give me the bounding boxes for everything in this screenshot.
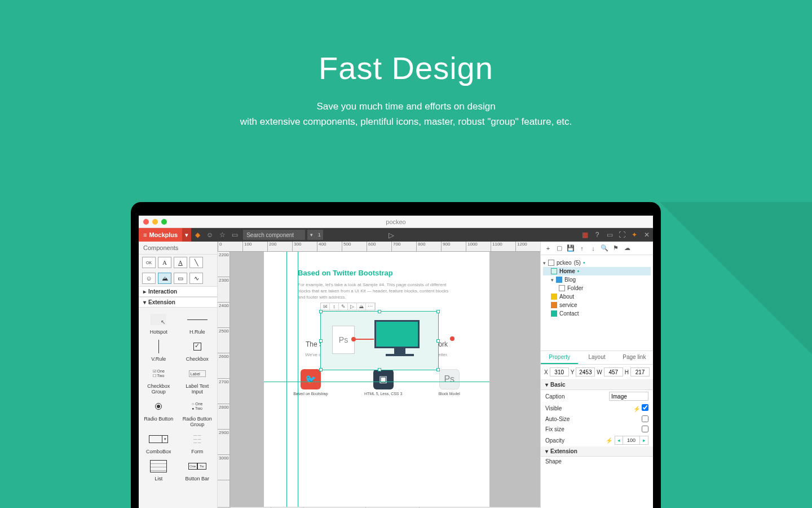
window-icon[interactable]: ▭ — [603, 228, 616, 242]
help-icon[interactable]: ? — [591, 228, 603, 242]
visible-checkbox[interactable] — [642, 404, 648, 411]
cube-icon[interactable]: ◆ — [191, 228, 204, 242]
text-component-icon[interactable]: A — [158, 257, 171, 268]
section-interaction[interactable]: ▸Interaction — [139, 286, 217, 297]
comp-checkbox-group[interactable]: ☑ One☐ TwoCheckbox Group — [140, 364, 178, 396]
flag-icon[interactable]: ⚑ — [611, 243, 621, 253]
comp-label-text-input[interactable]: LabelLabel Text Input — [179, 364, 217, 396]
titlebar: pockeo — [139, 216, 653, 228]
comp-button-bar[interactable]: OneTwButton Bar — [179, 457, 217, 483]
section-basic[interactable]: ▾Basic — [541, 380, 653, 390]
h-input[interactable] — [630, 367, 650, 376]
w-input[interactable] — [604, 367, 623, 376]
smile-icon[interactable]: ☺ — [204, 228, 216, 242]
ruler-horizontal: 0100200300400500600700800900100011001200 — [218, 242, 540, 252]
autosize-checkbox[interactable] — [642, 415, 648, 422]
hero-subtitle: Save you much time and efforts on design… — [0, 99, 812, 129]
comp-form[interactable]: — —— —— —Form — [179, 430, 217, 456]
cloud-icon[interactable]: ☁ — [622, 243, 632, 253]
comp-radio-group[interactable]: ○ One● TwoRadio Button Group — [179, 397, 217, 428]
sel-tool-icon[interactable]: ⛰ — [357, 303, 366, 310]
ruler-vertical: 220023002400250026002700280029003000 — [218, 252, 230, 507]
sel-tool-icon[interactable]: ⋯ — [366, 303, 375, 310]
down-icon[interactable]: ↓ — [588, 243, 598, 253]
tab-layout[interactable]: Layout — [578, 351, 615, 364]
tree-project[interactable]: ▾pckeo (5) • — [543, 259, 651, 267]
tree-page-blog[interactable]: ▾Blog — [543, 275, 651, 284]
feature-bootstrap[interactable]: 🐦Based on Bootstrap — [293, 369, 328, 396]
tree-page-about[interactable]: About — [543, 292, 651, 301]
caption-input[interactable] — [609, 392, 648, 401]
page-icon — [551, 294, 557, 300]
tab-pagelink[interactable]: Page link — [616, 351, 653, 364]
selected-element[interactable]: Ps — [320, 311, 439, 370]
selection-toolbar[interactable]: ✉↕✎▷⛰⋯ — [320, 303, 376, 310]
tree-page-home[interactable]: Home • — [543, 267, 651, 275]
app-window: pockeo ≡ Mockplus ▾ ◆ ☺ ☆ ▭ Search compo… — [139, 216, 653, 508]
comp-vrule[interactable]: V.Rule — [140, 337, 178, 363]
canvas[interactable]: 0100200300400500600700800900100011001200… — [218, 242, 540, 508]
up-icon[interactable]: ↑ — [577, 243, 587, 253]
maximize-icon[interactable] — [161, 219, 167, 225]
page-icon — [551, 302, 557, 308]
sel-tool-icon[interactable]: ✎ — [339, 303, 348, 310]
monitor-illustration — [374, 320, 425, 360]
prop-opacity: Opacity⚡◂100▸ — [541, 434, 653, 446]
comp-hotspot[interactable]: Hotspot — [140, 310, 178, 336]
star-icon[interactable]: ☆ — [216, 228, 228, 242]
x-input[interactable] — [550, 367, 569, 376]
y-input[interactable] — [576, 367, 595, 376]
search-input[interactable]: Search component — [243, 230, 305, 240]
close-x-icon[interactable]: ✕ — [641, 228, 653, 242]
section-extension[interactable]: ▾Extension — [541, 446, 653, 457]
feature-block[interactable]: PsBlock Model — [439, 369, 460, 396]
screen-icon[interactable]: ▭ — [228, 228, 241, 242]
grid-icon[interactable]: ▦ — [579, 228, 591, 242]
minimize-icon[interactable] — [152, 219, 158, 225]
right-panel: + ▢ 💾 ↑ ↓ 🔍 ⚑ ☁ ▾pckeo (5) • Home • ▾Blo… — [540, 242, 653, 508]
new-folder-icon[interactable]: ▢ — [554, 243, 564, 253]
new-page-icon[interactable]: + — [543, 243, 553, 253]
bolt-icon: ⚡ — [606, 437, 612, 444]
save-icon[interactable]: 💾 — [566, 243, 576, 253]
comp-combobox[interactable]: ▾ComboBox — [140, 430, 178, 456]
feature-html5[interactable]: ▣HTML 5, Less, CSS 3 — [364, 369, 402, 396]
rect-component-icon[interactable]: ▭ — [174, 273, 187, 284]
section-extension[interactable]: ▾Extension — [139, 297, 217, 308]
artboard[interactable]: Based on Twitter Bootstrap For example, … — [264, 252, 489, 507]
ok-component-icon[interactable]: OK — [142, 257, 156, 268]
prop-caption: Caption — [541, 390, 653, 402]
sel-tool-icon[interactable]: ✉ — [321, 303, 330, 310]
brand-dropdown-icon[interactable]: ▾ — [182, 228, 191, 242]
comp-hrule[interactable]: H.Rule — [179, 310, 217, 336]
link-node-icon[interactable] — [450, 336, 454, 341]
play-icon[interactable]: ▷ — [385, 228, 398, 242]
tree-page-service[interactable]: service — [543, 301, 651, 309]
search-icon[interactable]: 🔍 — [599, 243, 610, 253]
image-component-icon[interactable]: ⛰ — [158, 273, 171, 284]
tab-property[interactable]: Property — [541, 351, 578, 364]
search-dropdown-icon[interactable]: ▾ — [307, 230, 315, 240]
page-icon — [556, 277, 562, 283]
curve-component-icon[interactable]: ∿ — [189, 273, 203, 284]
close-icon[interactable] — [143, 219, 149, 225]
gift-icon[interactable]: ✦ — [628, 228, 641, 242]
sel-tool-icon[interactable]: ▷ — [348, 303, 357, 310]
emoji-component-icon[interactable]: ☺ — [142, 273, 156, 284]
folder-icon — [559, 285, 565, 291]
sel-tool-icon[interactable]: ↕ — [330, 303, 339, 310]
underline-component-icon[interactable]: A — [174, 257, 187, 268]
tree-page-contact[interactable]: Contact — [543, 309, 651, 318]
comp-radio[interactable]: Radio Button — [140, 397, 178, 428]
fullscreen-icon[interactable]: ⛶ — [616, 228, 628, 242]
line-component-icon[interactable]: ╲ — [189, 257, 203, 268]
tree-folder[interactable]: Folder — [543, 284, 651, 292]
components-panel: Components OK A A ╲ ☺ ⛰ ▭ ∿ ▸Interaction… — [139, 242, 218, 508]
comp-checkbox[interactable]: Checkbox — [179, 337, 217, 363]
page-tools: + ▢ 💾 ↑ ↓ 🔍 ⚑ ☁ — [541, 242, 653, 255]
brand-menu[interactable]: ≡ Mockplus — [139, 228, 182, 242]
opacity-stepper[interactable]: ◂100▸ — [615, 436, 648, 445]
coordinates: X Y W H — [541, 365, 653, 380]
fixsize-checkbox[interactable] — [642, 426, 648, 432]
comp-list[interactable]: List — [140, 457, 178, 483]
